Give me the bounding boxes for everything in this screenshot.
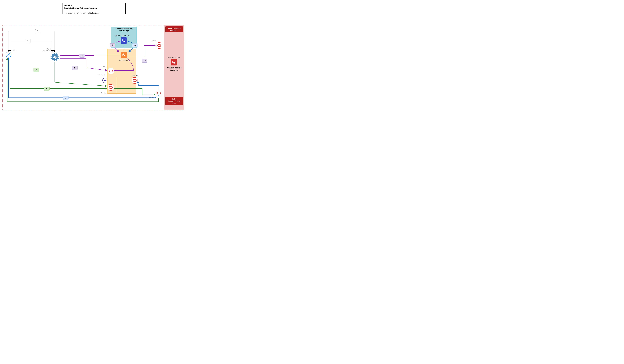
- endpoint-token-cognito: [156, 42, 162, 49]
- step-5: 5: [33, 68, 39, 72]
- endpoint-token-lambda-label: /token: [103, 66, 107, 68]
- step-9: 9: [72, 66, 78, 70]
- svg-point-0: [123, 39, 125, 40]
- step-2: 2: [79, 54, 85, 58]
- endpoint-device-label: /device: [101, 92, 106, 94]
- cognito-icon: [171, 59, 177, 66]
- cognito-native-user: Native Amazon Cognito user: [165, 97, 183, 105]
- title-name: OAuth 2.0 Device Authorization Grant: [64, 7, 124, 9]
- alb-icon: [102, 78, 107, 83]
- step-1: 1: [35, 29, 40, 33]
- step-4: 4: [25, 39, 30, 43]
- aws-boundary: [2, 25, 184, 110]
- diagram-canvas: RFC 8628 OAuth 2.0 Device Authorization …: [2, 2, 190, 111]
- user-label: User: [13, 49, 17, 51]
- svg-point-2: [173, 62, 174, 63]
- cognito-client-app: Amazon Cognito client app: [165, 26, 183, 32]
- dynamodb-label: Amazon DynamoDB: [115, 35, 129, 37]
- step-3: 3: [110, 43, 115, 47]
- endpoint-authorize-label: /authorize: [147, 97, 154, 98]
- lambda-label: AWS Lambda: [119, 59, 129, 61]
- title-box: RFC 8628 OAuth 2.0 Device Authorization …: [63, 3, 126, 14]
- title-rfc: RFC 8628: [64, 4, 124, 7]
- user-icon: [6, 52, 11, 57]
- client-app-label: Client application: [41, 48, 51, 52]
- lambda-icon: [121, 52, 127, 58]
- step-6: 6: [44, 87, 50, 91]
- authz-state-header: Authorization request state storage: [111, 28, 136, 32]
- cognito-pool-label: Amazon Cognito user pool: [165, 67, 183, 71]
- client-app-icon: [50, 52, 59, 61]
- endpoint-token-cognito-label: /token: [152, 40, 156, 42]
- step-8: 8: [132, 43, 138, 47]
- endpoint-callback: [132, 77, 138, 84]
- cognito-svc-label: Amazon Cognito: [168, 56, 180, 58]
- endpoint-token-lambda: [108, 68, 114, 74]
- dynamodb-icon: [121, 37, 127, 44]
- title-reference: reference: https://tools.ietf.org/html/r…: [64, 12, 124, 14]
- endpoint-callback-label: /callback: [132, 74, 138, 76]
- step-7: 7: [63, 96, 69, 100]
- step-10: 10: [142, 59, 147, 63]
- alb-label: AWS ALB: [97, 74, 104, 76]
- endpoint-device: [108, 84, 114, 91]
- endpoint-authorize: [156, 90, 162, 96]
